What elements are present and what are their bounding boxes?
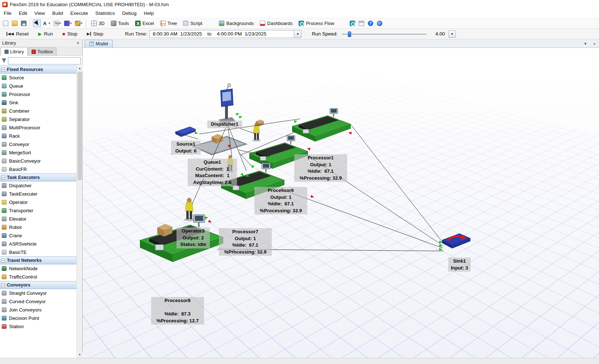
select-tool-button[interactable] <box>33 19 41 27</box>
menu-item-statistics[interactable]: Statistics <box>92 9 118 17</box>
library-item-crane[interactable]: Crane <box>0 231 76 240</box>
online-button[interactable] <box>375 19 383 27</box>
tree-button[interactable]: Tree <box>158 20 179 27</box>
model-3d-viewport[interactable]: Dispatcher1Source1Output: 6Queue1CurCont… <box>83 48 599 358</box>
library-item-label: NetworkNode <box>9 266 38 271</box>
paint-tool-button[interactable]: ▾ <box>74 20 84 27</box>
people-icon <box>54 21 59 26</box>
library-item-join-conveyors[interactable]: Join Conveyors <box>0 306 76 314</box>
library-item-conveyor[interactable]: Conveyor <box>0 140 76 148</box>
join-conveyors-icon <box>2 307 7 312</box>
menu-item-view[interactable]: View <box>31 9 49 17</box>
run-time-dropdown[interactable]: ▼ <box>294 30 301 38</box>
tab-library[interactable]: Library <box>1 47 28 56</box>
people-tool-button[interactable]: ▾ <box>53 20 62 27</box>
scrollbar-thumb[interactable] <box>78 72 82 180</box>
open-button[interactable] <box>11 19 18 27</box>
library-item-combiner[interactable]: Combiner <box>0 107 76 115</box>
taskexecuter-icon <box>2 192 7 196</box>
menu-item-build[interactable]: Build <box>49 9 67 17</box>
step-button[interactable]: ▶Step <box>83 30 107 38</box>
collapse-icon[interactable]: − <box>1 68 5 72</box>
library-item-basicconveyor[interactable]: BasicConveyor <box>0 157 76 165</box>
library-item-operator[interactable]: Operator <box>0 198 76 206</box>
library-item-queue[interactable]: Queue <box>0 82 76 90</box>
section-header-fixed-resources[interactable]: −Fixed Resources <box>0 66 76 74</box>
paint-icon <box>75 21 80 26</box>
menu-item-debug[interactable]: Debug <box>118 9 140 17</box>
library-item-asrsvehicle[interactable]: ASRSvehicle <box>0 240 76 248</box>
run-time-field[interactable]: 8:00:30 AM 1/23/2025 to 4:00:00 PM 1/23/… <box>149 30 294 38</box>
library-item-elevator[interactable]: Elevator <box>0 215 76 223</box>
library-item-curved-conveyor[interactable]: Curved Conveyor <box>0 297 76 306</box>
menu-item-help[interactable]: Help <box>140 9 158 17</box>
run-speed-label: Run Speed: <box>312 31 337 37</box>
library-item-station[interactable]: Station <box>0 322 76 331</box>
tab-model[interactable]: Model <box>85 40 113 47</box>
library-item-mergesort[interactable]: MergeSort <box>0 148 76 157</box>
save-button[interactable] <box>20 19 28 27</box>
flow-nodes-button[interactable] <box>348 19 356 27</box>
library-item-label: Station <box>9 324 24 329</box>
menu-item-file[interactable]: File <box>0 9 15 17</box>
section-title: Conveyors <box>7 283 30 288</box>
library-item-basicfr[interactable]: BasicFR <box>0 165 76 173</box>
font-tool-button[interactable]: ▾ <box>42 20 51 27</box>
close-panel-button[interactable]: × <box>75 40 81 46</box>
library-item-label: Dispatcher <box>9 183 32 188</box>
collapse-icon[interactable]: − <box>1 176 5 180</box>
library-item-straight-conveyor[interactable]: Straight Conveyor <box>0 289 76 297</box>
process-flow-button[interactable]: Process Flow <box>296 20 337 27</box>
library-item-separator[interactable]: Separator <box>0 115 76 124</box>
backgrounds-button[interactable]: Backgrounds <box>216 20 256 27</box>
operator3-object <box>184 198 195 221</box>
section-header-conveyors[interactable]: −Conveyors <box>0 281 76 289</box>
library-item-multiprocessor[interactable]: MultiProcessor <box>0 124 76 132</box>
library-item-label: Join Conveyors <box>9 307 42 313</box>
library-item-processor[interactable]: Processor <box>0 90 76 99</box>
excel-button[interactable]: Excel <box>133 20 157 27</box>
reset-button[interactable]: ◀◀Reset <box>3 30 32 38</box>
document-tab-bar: Model ▾ × <box>83 39 599 48</box>
library-item-rack[interactable]: Rack <box>0 132 76 140</box>
run-speed-slider[interactable] <box>342 31 426 37</box>
tab-toolbox[interactable]: Toolbox <box>28 47 57 55</box>
collapse-icon[interactable]: − <box>1 283 5 287</box>
scroll-down-button[interactable]: ▼ <box>77 352 83 358</box>
section-header-task-executers[interactable]: −Task Executers <box>0 173 76 181</box>
slider-thumb[interactable] <box>348 32 351 37</box>
dashboards-button[interactable]: Dashboards <box>257 20 295 27</box>
3d-button[interactable]: 3D <box>89 20 107 27</box>
library-item-source[interactable]: Source <box>0 74 76 82</box>
tab-list-dropdown[interactable]: ▾ <box>582 41 588 47</box>
scroll-up-button[interactable]: ▲ <box>77 66 83 71</box>
collapse-icon[interactable]: − <box>1 259 5 263</box>
library-item-dispatcher[interactable]: Dispatcher <box>0 181 76 190</box>
color-tool-button[interactable]: ▾ <box>63 20 73 27</box>
library-item-networknode[interactable]: NetworkNode <box>0 264 76 273</box>
networknode-icon <box>2 266 7 271</box>
section-header-travel-networks[interactable]: −Travel Networks <box>0 256 76 264</box>
tools-button[interactable]: Tools <box>108 20 132 27</box>
close-tab-button[interactable]: × <box>591 41 598 47</box>
stop-button[interactable]: ■Stop <box>59 30 81 38</box>
menu-item-execute[interactable]: Execute <box>67 9 92 17</box>
library-item-sink[interactable]: Sink <box>0 99 76 107</box>
library-item-transporter[interactable]: Transporter <box>0 206 76 215</box>
library-item-basicte[interactable]: BasicTE <box>0 248 76 256</box>
script-button[interactable]: Script <box>180 20 205 27</box>
library-item-trafficcontrol[interactable]: TrafficControl <box>0 273 76 281</box>
library-item-robot[interactable]: Robot <box>0 223 76 231</box>
library-filter-input[interactable] <box>8 57 81 64</box>
window-layout-button[interactable] <box>357 19 365 27</box>
menu-item-edit[interactable]: Edit <box>15 9 31 17</box>
library-item-taskexecuter[interactable]: TaskExecuter <box>0 190 76 198</box>
library-item-label: TaskExecuter <box>9 191 37 197</box>
run-button[interactable]: ▶Run <box>34 30 57 38</box>
run-speed-dropdown[interactable]: ▼ <box>449 30 456 38</box>
toolbox-tab-icon <box>32 50 36 54</box>
help-button[interactable] <box>366 19 374 27</box>
new-model-button[interactable] <box>1 19 9 27</box>
library-scrollbar[interactable]: ▲ ▼ <box>76 66 82 358</box>
library-item-decision-point[interactable]: Decision Point <box>0 314 76 322</box>
